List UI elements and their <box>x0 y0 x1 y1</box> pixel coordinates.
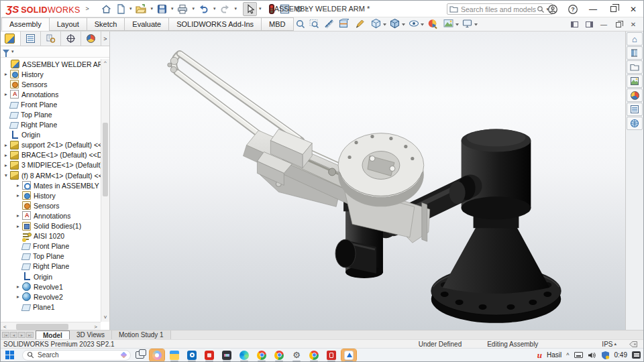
open-caret-icon[interactable]: ▾ <box>150 6 153 11</box>
taskpane-custom-properties-button[interactable] <box>627 103 643 116</box>
security-shield-icon[interactable] <box>601 351 610 359</box>
heads-up-view-toolbar[interactable] <box>294 18 490 31</box>
display-style-caret-icon[interactable] <box>402 23 405 26</box>
zoom-to-area-icon[interactable] <box>310 20 319 28</box>
taskpane-file-explorer-button[interactable] <box>627 60 643 74</box>
graphics-viewport[interactable] <box>110 32 625 330</box>
tree-item-plane1[interactable]: Plane1 <box>1 302 101 312</box>
expand-arrow-icon[interactable]: ▾ <box>3 172 9 178</box>
taskbar-copilot-button[interactable] <box>150 349 164 361</box>
expand-arrow-icon[interactable]: ▸ <box>3 91 9 97</box>
display-style-icon[interactable] <box>391 19 399 28</box>
apply-scene-caret-icon[interactable] <box>455 23 459 26</box>
scroll-up-icon[interactable]: ^ <box>101 59 109 67</box>
tree-item-support-2[interactable]: ▸support 2<1> (Default) <<Defa <box>1 140 101 150</box>
help-button[interactable]: ? <box>563 1 583 17</box>
tab-displaymanager[interactable] <box>81 32 101 46</box>
doc-restore-button[interactable] <box>611 18 626 32</box>
tab-assembly[interactable]: Assembly <box>1 17 50 31</box>
taskbar-red-app-button[interactable] <box>202 349 217 361</box>
taskpane-view-palette-button[interactable] <box>627 74 643 88</box>
view-settings-caret-icon[interactable] <box>474 23 478 26</box>
tab-mbd[interactable]: MBD <box>261 17 293 31</box>
tree-item-8-arm[interactable]: ▾(f) 8 ARM<1> (Default) <<Defa <box>1 170 101 180</box>
tree-item-solid-bodies[interactable]: ▸Solid Bodies(1) <box>1 221 101 231</box>
open-button[interactable] <box>133 2 148 16</box>
expand-arrow-icon[interactable]: ▸ <box>15 284 21 290</box>
tree-item-origin[interactable]: Origin <box>1 130 101 140</box>
undo-button[interactable] <box>197 2 211 16</box>
taskbar-chrome-profile2-button[interactable] <box>272 349 286 361</box>
options-gear-button[interactable]: ⚙ <box>293 2 304 16</box>
doc-minimize-button[interactable]: — <box>596 18 611 32</box>
taskpane-3dexperience-button[interactable] <box>627 117 643 130</box>
account-button[interactable] <box>543 1 563 17</box>
vertical-scroll-thumb[interactable] <box>103 123 108 196</box>
expand-arrow-icon[interactable]: ▸ <box>3 71 9 77</box>
tree-item-front-plane-sub[interactable]: Front Plane <box>1 241 101 251</box>
expand-arrow-icon[interactable]: ▸ <box>3 142 9 148</box>
taskbar-photos-button[interactable] <box>341 349 356 361</box>
rebuild-traffic-light-icon[interactable] <box>267 2 276 16</box>
tree-item-front-plane[interactable]: Front Plane <box>1 99 101 109</box>
tree-item-brace[interactable]: ▸BRACE<1> (Default) <<Defaul <box>1 150 101 160</box>
restore-button[interactable] <box>603 1 623 17</box>
tree-item-history-sub[interactable]: ▸History <box>1 190 101 200</box>
units-caret-icon[interactable]: ▴ <box>614 341 616 347</box>
expand-arrow-icon[interactable]: ▸ <box>15 294 21 300</box>
taskbar-outlook-button[interactable] <box>184 349 199 361</box>
tree-item-origin-sub[interactable]: Origin <box>1 272 101 282</box>
taskpane-appearances-button[interactable] <box>627 88 643 102</box>
print-button[interactable] <box>175 2 190 16</box>
select-tool-caret-icon[interactable]: ▾ <box>259 6 262 11</box>
tree-item-annotations[interactable]: ▸Annotations <box>1 89 101 99</box>
notification-center-icon[interactable] <box>632 351 641 359</box>
tree-item-annotations-sub[interactable]: ▸Annotations <box>1 210 101 221</box>
more-tabs-button[interactable]: > <box>101 32 109 46</box>
taskbar-edge-button[interactable] <box>237 349 252 361</box>
taskbar-file-explorer-button[interactable] <box>167 349 182 361</box>
tab-motion-study-1[interactable]: Motion Study 1 <box>112 330 171 339</box>
taskpane-home-button[interactable]: ⌂ <box>627 32 643 46</box>
tab-sketch[interactable]: Sketch <box>87 17 125 31</box>
expand-arrow-icon[interactable]: ▸ <box>3 162 9 168</box>
model-part-flange-disc[interactable] <box>338 133 424 207</box>
undo-caret-icon[interactable]: ▾ <box>213 6 216 11</box>
tab-dimxpertmanager[interactable] <box>61 32 81 46</box>
tab-scroll-buttons[interactable]: |◂◂▸▸| <box>1 330 36 339</box>
hide-show-caret-icon[interactable] <box>421 23 424 26</box>
touch-keyboard-icon[interactable] <box>574 352 583 358</box>
tab-configurationmanager[interactable] <box>41 32 61 46</box>
apply-scene-icon[interactable] <box>444 20 453 27</box>
speaker-icon[interactable] <box>588 351 596 359</box>
print-caret-icon[interactable]: ▾ <box>192 6 195 11</box>
tag-icon[interactable] <box>629 341 638 348</box>
view-orientation-caret-icon[interactable] <box>383 23 386 26</box>
units-selector[interactable]: IPS <box>602 341 612 348</box>
doc-close-button[interactable]: ✕ <box>626 18 641 32</box>
zoom-to-fit-icon[interactable] <box>297 21 305 28</box>
tray-label[interactable]: Hasil <box>547 351 561 359</box>
tree-item-revolve1[interactable]: ▸Revolve1 <box>1 282 101 292</box>
expand-arrow-icon[interactable]: ▸ <box>15 182 21 188</box>
task-view-button[interactable] <box>132 349 147 361</box>
search-files-box[interactable]: Search files and models ▾ <box>447 3 553 15</box>
taskbar-chrome-profile3-button[interactable] <box>307 349 321 361</box>
expand-arrow-icon[interactable]: ▸ <box>15 213 21 219</box>
model-part-pedestal[interactable] <box>431 129 561 323</box>
tree-item-revolve2[interactable]: ▸Revolve2 <box>1 292 101 302</box>
tree-item-history[interactable]: ▸History <box>1 69 101 79</box>
taskbar-settings-button[interactable]: ⚙ <box>289 349 304 361</box>
view-toolbar-icons[interactable] <box>294 18 490 31</box>
redo-button[interactable] <box>217 2 232 16</box>
measure-icon[interactable] <box>325 20 333 28</box>
tab-solidworks-add-ins[interactable]: SOLIDWORKS Add-Ins <box>168 17 262 31</box>
tree-item-material[interactable]: AISI 1020 <box>1 231 101 241</box>
tab-propertymanager[interactable] <box>21 32 41 46</box>
tree-item-3-midpiece[interactable]: ▸3 MIDPIECE<1> (Default) <<D <box>1 160 101 170</box>
scroll-right-icon[interactable]: > <box>94 324 97 330</box>
tree-item-top-plane-sub[interactable]: Top Plane <box>1 251 101 261</box>
hide-show-items-icon[interactable] <box>410 21 419 26</box>
expand-arrow-icon[interactable]: ▸ <box>15 192 21 198</box>
tab-model[interactable]: Model <box>36 330 70 339</box>
